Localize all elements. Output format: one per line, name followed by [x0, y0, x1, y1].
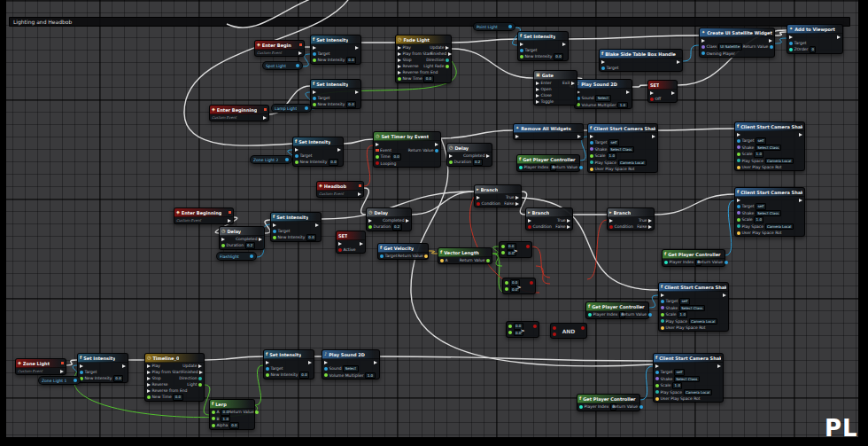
pin-exec[interactable] — [661, 293, 664, 297]
node-remove-all-widgets[interactable]: ✦Remove All Widgets — [513, 123, 584, 140]
pin-new-time[interactable]: New Time0.0 — [398, 75, 434, 82]
pin-value-field[interactable]: 0.0 — [229, 422, 239, 429]
pin-value-field[interactable]: 1.0 — [678, 311, 687, 318]
pin-exec[interactable] — [313, 46, 316, 50]
pin-return-value[interactable]: Return Value — [552, 165, 577, 169]
node-branch-2[interactable]: ▸BranchTrueConditionFalse — [525, 207, 573, 231]
pin-value-field[interactable]: Select Class — [608, 146, 634, 153]
pin-value-field[interactable]: 0.2 — [245, 242, 255, 249]
node-get-velocity[interactable]: fGet VelocityTargetReturn Value — [377, 243, 429, 260]
pin-user-play-space-rot[interactable]: User Play Space Rot — [590, 167, 635, 171]
node-get-player-controller-4[interactable]: fGet Player ControllerPlayer Index0Retur… — [577, 394, 640, 411]
pin-value-field[interactable]: 0.0 — [510, 279, 520, 286]
pin-value-field[interactable]: 0.0 — [113, 375, 123, 382]
node-set-intensity-7[interactable]: fSet IntensityTargetNew Intensity0.0 — [77, 353, 128, 383]
pin-value-field[interactable]: 0.0 — [514, 323, 523, 330]
node-camera-shake-3[interactable]: fClient Start Camera ShakeTargetselfShak… — [734, 187, 805, 237]
pin-update[interactable]: Update — [430, 45, 449, 50]
pin-finished[interactable]: Finished — [182, 370, 202, 374]
pin-user-play-space-rot[interactable]: User Play Space Rot — [661, 325, 706, 330]
pin-exec[interactable] — [358, 192, 361, 196]
pin-true[interactable]: True — [506, 195, 519, 200]
pin-user-play-space-rot[interactable]: User Play Space Rot — [655, 396, 701, 401]
pin-bool[interactable] — [581, 326, 585, 330]
pin-value-field[interactable]: 0.0 — [306, 234, 316, 241]
pin-value-field[interactable]: Select Class — [756, 210, 781, 217]
pin-obj[interactable] — [296, 64, 299, 67]
pin-exec[interactable] — [324, 361, 328, 364]
node-set-timer-by-event[interactable]: ◷Set Timer by EventEventReturn ValueTime… — [373, 131, 441, 168]
pin-exec[interactable] — [221, 238, 225, 241]
pin-target[interactable]: Target — [80, 370, 97, 374]
pin-condition[interactable]: Condition — [528, 224, 552, 229]
pin-scale[interactable]: Scale1.0 — [737, 216, 763, 223]
pin-player-index[interactable]: Player Index0 — [664, 259, 695, 266]
pin-exec[interactable] — [355, 46, 359, 50]
node-var-zone-light-2[interactable]: Zone Light 2 — [250, 155, 292, 164]
pin-obj[interactable] — [74, 379, 77, 382]
pin-float[interactable]: 0.0 — [501, 250, 516, 257]
node-set-intensity-3[interactable]: fSet IntensityTargetNew Intensity0.0 — [310, 79, 361, 109]
pin-return-value[interactable]: Return Value — [408, 148, 438, 153]
pin-event[interactable]: Event — [376, 148, 391, 153]
pin-off[interactable]: Off — [650, 97, 661, 101]
pin-value-field[interactable]: Select — [343, 365, 358, 372]
pin-exec[interactable] — [799, 199, 802, 202]
pin-user-play-space-rot[interactable]: User Play Space Rot — [737, 165, 782, 169]
pin-player-index[interactable]: Player Index0 — [519, 164, 550, 171]
pin-exec[interactable] — [515, 135, 519, 138]
pin-target[interactable]: Target — [313, 51, 329, 56]
pin-target[interactable]: Targetself — [737, 137, 766, 145]
node-and-gate[interactable]: AND — [550, 323, 587, 339]
pin-exec[interactable] — [308, 361, 312, 364]
pin-scale[interactable]: Scale1.0 — [737, 151, 763, 158]
pin-class[interactable]: ClassUI Satellite — [701, 43, 741, 51]
pin-value-field[interactable]: Select Class — [756, 145, 781, 152]
pin-value-field[interactable]: self — [756, 137, 766, 145]
pin-condition[interactable]: Condition — [477, 201, 500, 206]
node-vector-length[interactable]: fVector LengthAReturn Value — [438, 247, 492, 264]
pin-play-space[interactable]: Play SpaceCamera Local — [590, 160, 647, 167]
pin-new-intensity[interactable]: New Intensity0.0 — [80, 375, 122, 382]
node-var-lamp-light[interactable]: Lamp Light — [271, 104, 312, 113]
pin-exec[interactable] — [701, 39, 705, 43]
pin-new-intensity[interactable]: New Intensity0.0 — [313, 101, 355, 108]
pin-value-field[interactable]: 0.0 — [514, 330, 523, 337]
pin-exec[interactable] — [717, 364, 721, 368]
pin-shake[interactable]: ShakeSelect Class — [737, 210, 781, 217]
node-set-headbob-active[interactable]: SETActive — [336, 231, 366, 254]
pin-exec[interactable] — [677, 60, 680, 64]
pin-completed[interactable]: Completed — [236, 237, 262, 241]
pin-exec[interactable] — [837, 35, 841, 39]
pin-exec[interactable] — [590, 135, 593, 138]
pin-shake[interactable]: ShakeSelect Class — [737, 145, 781, 152]
pin-value-field[interactable]: 1.0 — [607, 153, 616, 160]
pin-exec[interactable] — [298, 51, 302, 55]
node-lerp[interactable]: fLerpA0.0Return ValueB1.0Alpha0.0 — [209, 399, 255, 430]
pin-exec[interactable] — [650, 91, 654, 95]
pin-value-field[interactable]: 1.0 — [221, 416, 230, 423]
pin-new-intensity[interactable]: New Intensity0.0 — [295, 159, 337, 166]
node-enter-beginning-2[interactable]: ◈Enter BeginningCustom Event — [174, 207, 234, 224]
pin-exec[interactable] — [799, 133, 802, 137]
pin-user-play-space-rot[interactable]: User Play Space Rot — [737, 231, 782, 235]
pin-volume-multiplier[interactable]: Volume Multiplier1.0 — [324, 372, 374, 379]
pin-volume-multiplier[interactable]: Volume Multiplier1.0 — [577, 102, 626, 109]
pin-value-field[interactable]: 0.0 — [346, 101, 356, 108]
pin-target[interactable]: Target — [520, 48, 537, 52]
node-get-player-controller-1[interactable]: fGet Player ControllerPlayer Index0Retur… — [516, 154, 580, 172]
node-var-flashlight[interactable]: Flashlight — [216, 252, 257, 261]
node-set-off[interactable]: SETOff — [647, 80, 678, 103]
pin-value-field[interactable]: 1.0 — [617, 102, 627, 109]
pin-exec[interactable] — [228, 219, 231, 223]
node-var-spot-light[interactable]: Spot Light — [262, 61, 303, 70]
pin-value-field[interactable]: Camera Local — [765, 158, 794, 165]
pin-direction[interactable]: Direction — [426, 58, 449, 62]
pin-value-field[interactable]: self — [674, 369, 685, 376]
node-set-intensity-1[interactable]: fSet IntensityTargetNew Intensity0.0 — [310, 35, 361, 65]
pin-value-field[interactable]: Camera Local — [689, 318, 717, 325]
pin-target[interactable]: Targetself — [590, 139, 619, 146]
node-gate[interactable]: ▣GateEnterExitOpenCloseToggle — [533, 70, 577, 106]
pin-exec[interactable] — [315, 223, 319, 227]
pin-target[interactable]: Target — [313, 96, 329, 100]
